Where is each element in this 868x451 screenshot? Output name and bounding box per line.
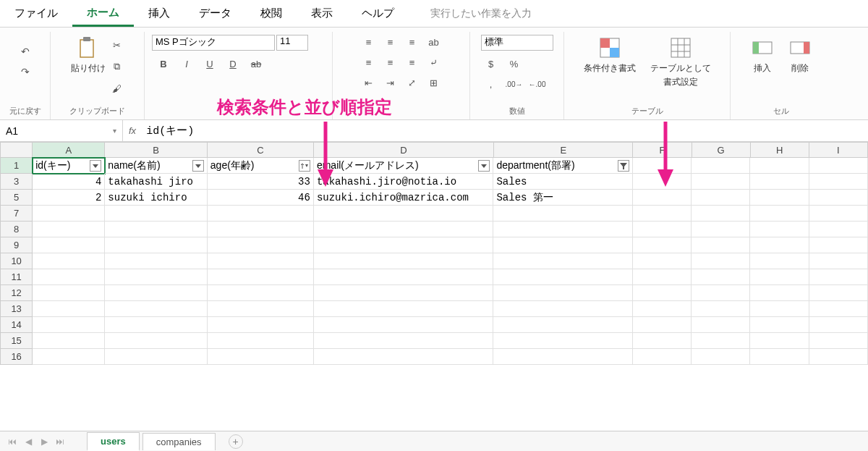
ruby-button[interactable]: ab [427,35,441,49]
cell-F5[interactable] [633,190,692,206]
sheet-tab-companies[interactable]: companies [142,433,216,450]
delete-cells-button[interactable]: 削除 [787,35,813,75]
column-header-E[interactable]: E [494,142,633,158]
cell-G16[interactable] [692,349,750,365]
cell-H12[interactable] [750,285,809,301]
increase-indent-button[interactable]: ⇥ [383,75,398,90]
cell-I5[interactable] [809,190,868,206]
cell-F13[interactable] [633,301,692,317]
strikethrough-button[interactable]: ab [249,56,263,71]
cell-G1[interactable] [692,158,750,174]
cell-A5[interactable]: 2 [33,190,105,206]
merge-button[interactable]: ⊞ [427,75,441,90]
row-header-5[interactable]: 5 [0,190,33,206]
cell-H3[interactable] [750,174,809,190]
menu-review[interactable]: 校閲 [246,0,297,27]
cell-E8[interactable] [493,222,632,237]
cell-C15[interactable] [208,333,314,349]
currency-button[interactable]: $ [484,56,498,71]
row-header-14[interactable]: 14 [0,317,33,333]
cell-H1[interactable] [750,158,809,174]
row-header-12[interactable]: 12 [0,285,33,301]
cell-E14[interactable] [493,317,632,333]
cell-I13[interactable] [809,301,868,317]
cell-I7[interactable] [809,206,868,222]
column-header-B[interactable]: B [105,142,208,158]
cell-C9[interactable] [208,237,314,253]
cell-B10[interactable] [105,253,207,269]
align-center-button[interactable]: ≡ [383,55,398,69]
row-header-1[interactable]: 1 [0,158,33,174]
cell-I1[interactable] [809,158,868,174]
cell-A3[interactable]: 4 [33,174,105,190]
sheet-nav-next[interactable]: ▶ [38,435,51,448]
format-painter-button[interactable]: 🖌 [110,81,124,96]
row-header-11[interactable]: 11 [0,269,33,285]
cell-C11[interactable] [208,269,314,285]
copy-button[interactable]: ⧉ [110,59,124,74]
cell-H11[interactable] [750,269,809,285]
format-as-table-button[interactable]: テーブルとして 書式設定 [650,35,711,88]
cell-F7[interactable] [633,206,692,222]
cell-A13[interactable] [33,301,105,317]
cell-F9[interactable] [633,237,692,253]
cell-H13[interactable] [750,301,809,317]
redo-button[interactable]: ↷ [17,64,33,80]
cell-D5[interactable]: suzuki.ichiro@mazrica.com [314,190,494,206]
formula-input[interactable]: id(キー) [142,124,868,138]
cell-B11[interactable] [105,269,207,285]
cell-G10[interactable] [692,253,750,269]
column-header-G[interactable]: G [692,142,751,158]
add-sheet-button[interactable]: + [229,434,243,449]
italic-button[interactable]: I [179,56,194,71]
decrease-decimal-button[interactable]: ←.00 [530,77,545,91]
tell-me-input[interactable]: 実行したい作業を入力 [430,7,532,20]
cell-A7[interactable] [33,206,105,222]
row-header-15[interactable]: 15 [0,333,33,349]
number-format-select[interactable]: 標準 [481,35,553,51]
cell-F15[interactable] [633,333,692,349]
cell-A8[interactable] [33,222,105,237]
cell-F3[interactable] [633,174,692,190]
cell-D1[interactable]: email(メールアドレス) [314,158,494,174]
cell-C13[interactable] [208,301,314,317]
cell-G14[interactable] [692,317,750,333]
cell-E7[interactable] [493,206,632,222]
cell-I3[interactable] [809,174,868,190]
cell-C7[interactable] [208,206,314,222]
cell-A1[interactable]: id(キー) [33,158,105,174]
cell-D3[interactable]: takahashi.jiro@notia.io [314,174,494,190]
cell-G5[interactable] [692,190,750,206]
paste-button[interactable]: 貼り付け [71,35,106,75]
wrap-text-button[interactable]: ⤶ [427,55,441,69]
cell-C1[interactable]: age(年齢) [208,158,314,174]
filter-button-E[interactable] [618,160,629,172]
cell-C12[interactable] [208,285,314,301]
cell-A10[interactable] [33,253,105,269]
cell-E3[interactable]: Sales [493,174,632,190]
column-header-F[interactable]: F [633,142,692,158]
cell-C10[interactable] [208,253,314,269]
cell-G8[interactable] [692,222,750,237]
column-header-I[interactable]: I [809,142,868,158]
cell-A12[interactable] [33,285,105,301]
font-name-select[interactable]: MS Pゴシック [152,35,275,51]
cell-F14[interactable] [633,317,692,333]
cell-B15[interactable] [105,333,207,349]
underline-button[interactable]: U [203,56,217,71]
cell-E11[interactable] [493,269,632,285]
cell-B3[interactable]: takahashi jiro [105,174,207,190]
cell-D14[interactable] [314,317,494,333]
filter-button-C[interactable] [299,160,310,172]
cell-E13[interactable] [493,301,632,317]
column-header-C[interactable]: C [208,142,314,158]
cell-I15[interactable] [809,333,868,349]
cell-B5[interactable]: suzuki ichiro [105,190,207,206]
cell-A11[interactable] [33,269,105,285]
cell-D10[interactable] [314,253,494,269]
sheet-tab-users[interactable]: users [87,432,140,451]
align-left-button[interactable]: ≡ [362,55,376,69]
sheet-nav-last[interactable]: ⏭ [54,435,67,448]
menu-data[interactable]: データ [184,0,246,27]
cell-E9[interactable] [493,237,632,253]
